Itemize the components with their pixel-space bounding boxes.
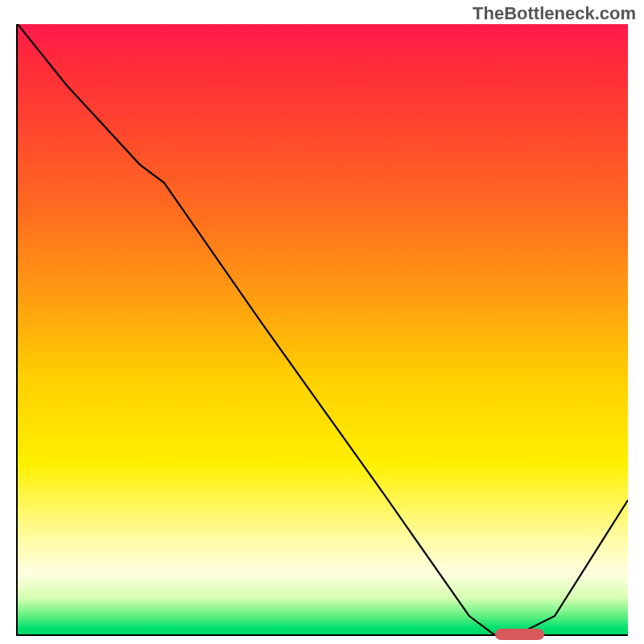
bottleneck-curve-path (18, 24, 628, 634)
watermark-text: TheBottleneck.com (473, 3, 636, 24)
curve-layer (18, 24, 628, 634)
optimal-marker (495, 629, 544, 640)
plot-area (16, 24, 628, 636)
bottleneck-chart: TheBottleneck.com (0, 0, 644, 644)
